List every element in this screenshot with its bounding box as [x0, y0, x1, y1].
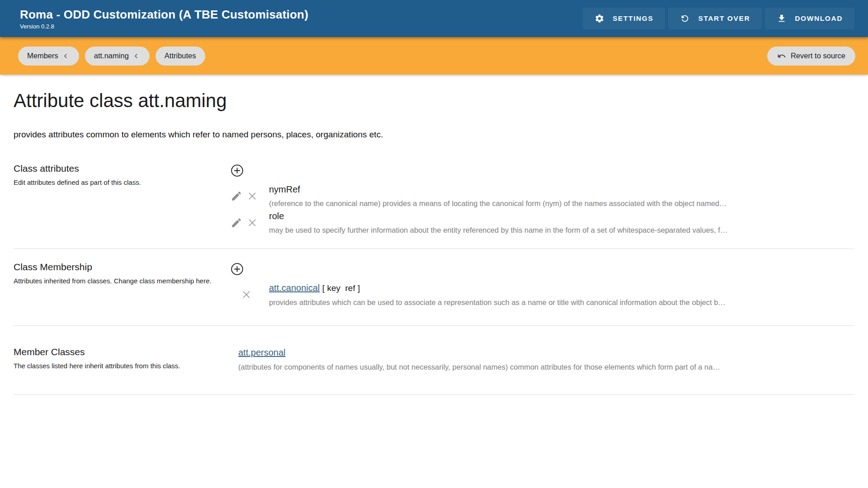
section-heading: Class Membership: [14, 262, 217, 272]
settings-button-label: SETTINGS: [613, 14, 653, 23]
breadcrumb-bar: Members att.naming Attributes Revert to …: [0, 37, 868, 75]
section-member-classes-content: att.personal (attributes for components …: [231, 347, 854, 372]
section-subtitle: Attributes inherited from classes. Chang…: [14, 276, 215, 286]
close-icon: [241, 289, 252, 300]
revert-to-source-button[interactable]: Revert to source: [767, 47, 855, 66]
section-class-attributes-info: Class attributes Edit attributes defined…: [14, 163, 231, 188]
download-button[interactable]: DOWNLOAD: [765, 8, 854, 29]
close-icon: [246, 190, 258, 202]
breadcrumb-chip-att-naming[interactable]: att.naming: [85, 47, 150, 66]
section-class-attributes: Class attributes Edit attributes defined…: [14, 163, 854, 237]
section-heading: Class attributes: [14, 163, 217, 174]
section-heading: Member Classes: [14, 347, 217, 357]
attribute-text: nymRef (reference to the canonical name)…: [269, 183, 727, 208]
row-actions: [231, 289, 269, 300]
add-class-membership-button[interactable]: [231, 263, 244, 276]
attribute-description: (reference to the canonical name) provid…: [269, 198, 727, 208]
main-content: Attribute class att.naming provides attr…: [0, 90, 868, 395]
revert-to-source-label: Revert to source: [791, 52, 845, 60]
breadcrumb-chip-members-label: Members: [27, 52, 58, 60]
page-title: Attribute class att.naming: [14, 90, 854, 112]
chevron-left-icon: [132, 52, 141, 61]
close-icon: [246, 217, 258, 229]
section-divider: [14, 325, 854, 326]
start-over-button-label: START OVER: [698, 14, 750, 23]
attribute-row-role: role may be used to specify further info…: [231, 210, 854, 235]
section-member-classes-info: Member Classes The classes listed here i…: [14, 347, 231, 371]
plus-circle-icon: [231, 164, 244, 177]
breadcrumb-chip-attributes[interactable]: Attributes: [156, 47, 205, 66]
member-class-row-att-personal: att.personal (attributes for components …: [238, 347, 854, 372]
attribute-row-nymref: nymRef (reference to the canonical name)…: [231, 183, 854, 208]
remove-class-membership-button[interactable]: [241, 289, 252, 300]
delete-attribute-button[interactable]: [246, 190, 258, 202]
attribute-text: role may be used to specify further info…: [269, 210, 727, 235]
chevron-left-icon: [61, 52, 70, 61]
page-description: provides attributes common to elements w…: [14, 130, 854, 140]
section-member-classes: Member Classes The classes listed here i…: [14, 347, 854, 372]
restore-icon: [680, 14, 690, 23]
attribute-name: nymRef: [269, 183, 727, 195]
att-canonical-link[interactable]: att.canonical: [269, 283, 320, 293]
start-over-button[interactable]: START OVER: [668, 8, 762, 29]
section-divider: [14, 394, 854, 395]
attribute-name: role: [269, 210, 727, 222]
app-header: Roma - ODD Customization (A TBE Customis…: [0, 0, 868, 37]
breadcrumb: Members att.naming Attributes: [18, 47, 205, 66]
header-actions: SETTINGS START OVER DOWNLOAD: [583, 8, 854, 29]
section-class-membership-info: Class Membership Attributes inherited fr…: [14, 262, 231, 286]
section-subtitle: Edit attributes defined as part of this …: [14, 178, 217, 188]
membership-attributes: [ key ref ]: [322, 283, 360, 293]
plus-circle-icon: [231, 263, 244, 276]
section-subtitle: The classes listed here inherit attribut…: [14, 361, 217, 371]
delete-attribute-button[interactable]: [246, 217, 258, 229]
app-title: Roma - ODD Customization (A TBE Customis…: [20, 8, 308, 22]
undo-icon: [777, 52, 786, 61]
breadcrumb-chip-att-naming-label: att.naming: [94, 52, 129, 60]
member-class-description: (attributes for components of names usua…: [238, 362, 854, 372]
membership-text: att.canonical [ key ref ] provides attri…: [269, 282, 726, 307]
membership-description: provides attributes which can be used to…: [269, 297, 726, 307]
pencil-icon: [231, 190, 242, 202]
gear-icon: [594, 14, 604, 23]
breadcrumb-chip-members[interactable]: Members: [18, 47, 79, 66]
pencil-icon: [231, 217, 242, 229]
row-actions: [231, 217, 269, 229]
app-version: Version 0.2.8: [20, 23, 308, 30]
att-personal-link[interactable]: att.personal: [238, 347, 286, 357]
section-divider: [14, 249, 854, 249]
app-title-block: Roma - ODD Customization (A TBE Customis…: [20, 8, 308, 30]
section-class-membership: Class Membership Attributes inherited fr…: [14, 262, 854, 309]
download-button-label: DOWNLOAD: [795, 14, 843, 23]
settings-button[interactable]: SETTINGS: [583, 8, 665, 29]
section-class-attributes-content: nymRef (reference to the canonical name)…: [231, 163, 854, 237]
section-class-membership-content: att.canonical [ key ref ] provides attri…: [231, 262, 854, 309]
edit-attribute-button[interactable]: [231, 190, 242, 202]
add-attribute-button[interactable]: [231, 164, 244, 177]
breadcrumb-chip-attributes-label: Attributes: [165, 52, 196, 60]
edit-attribute-button[interactable]: [231, 217, 242, 229]
download-icon: [777, 14, 787, 23]
row-actions: [231, 190, 269, 202]
attribute-description: may be used to specify further informati…: [269, 225, 727, 235]
membership-row-att-canonical: att.canonical [ key ref ] provides attri…: [231, 282, 854, 307]
